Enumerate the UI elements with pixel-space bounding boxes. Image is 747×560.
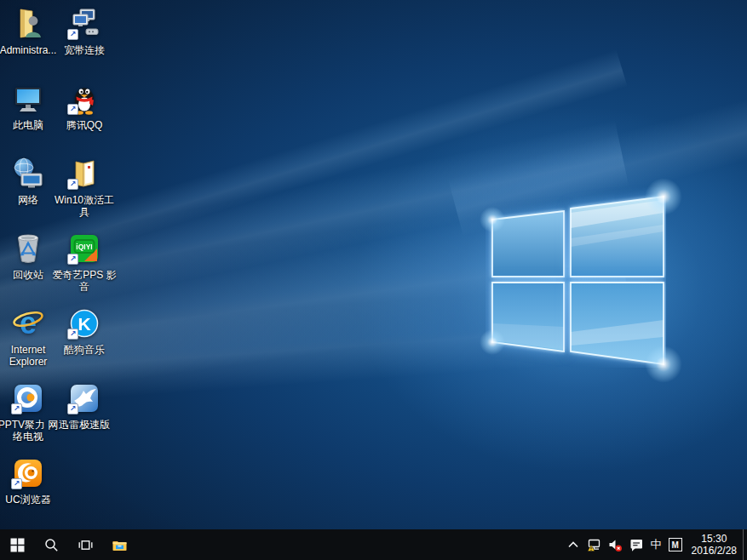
desktop-icon-label: 宽带连接 (50, 44, 118, 56)
volume-button[interactable] (605, 529, 626, 560)
desktop-icon-internet-explorer[interactable]: e Internet Explorer (0, 306, 56, 381)
system-tray: 中 M 15:30 2016/2/28 (563, 529, 747, 560)
shortcut-arrow-icon: ↗ (67, 29, 78, 40)
show-hidden-icons-button[interactable] (563, 529, 583, 560)
network-status-button[interactable] (583, 529, 605, 560)
volume-muted-icon (608, 538, 623, 552)
recycle-bin-icon (11, 231, 45, 266)
shortcut-arrow-icon: ↗ (67, 179, 78, 190)
broadband-icon: ↗ (67, 7, 101, 41)
desktop-icon-label: UC浏览器 (0, 494, 62, 506)
ie-icon: e (11, 306, 45, 340)
svg-text:iQIYI: iQIYI (76, 243, 92, 251)
task-view-button[interactable] (68, 529, 102, 560)
desktop-icon-label: 爱奇艺PPS 影音 (50, 269, 118, 293)
ime-badge-letter: M (669, 538, 682, 551)
action-center-icon (629, 538, 644, 552)
xunlei-bird-icon: ↗ (67, 381, 101, 415)
taskbar-clock[interactable]: 15:30 2016/2/28 (686, 529, 743, 560)
uc-browser-icon: ↗ (11, 456, 45, 490)
clock-time: 15:30 (701, 533, 727, 545)
ime-mode-indicator[interactable]: 中 (647, 529, 665, 560)
qq-penguin-icon: ↗ (67, 82, 101, 116)
file-explorer-button[interactable] (102, 529, 136, 560)
network-warning-icon (587, 538, 601, 552)
windows-start-icon (10, 538, 25, 552)
desktop-icon-this-pc[interactable]: 此电脑 (0, 82, 56, 157)
desktop-icon-pptv[interactable]: ↗ PPTV聚力 网络电视 (0, 381, 56, 456)
globe-monitor-icon (11, 157, 45, 191)
search-icon (44, 538, 59, 552)
pptv-icon: ↗ (11, 381, 45, 415)
shortcut-arrow-icon: ↗ (67, 403, 78, 414)
desktop-icon-kugou[interactable]: K ↗ 酷狗音乐 (56, 306, 112, 381)
desktop-icon-qq[interactable]: ↗ 腾讯QQ (56, 82, 112, 157)
shortcut-arrow-icon: ↗ (67, 104, 78, 115)
show-desktop-button[interactable] (743, 529, 747, 560)
desktop-icon-label: Win10激活工具 (50, 194, 118, 218)
shortcut-arrow-icon: ↗ (67, 329, 78, 340)
desktop-icon-label: 迅雷极速版 (50, 419, 118, 431)
search-button[interactable] (34, 529, 68, 560)
chevron-up-icon (566, 538, 580, 551)
monitor-icon (11, 82, 45, 116)
desktop-icon-xunlei[interactable]: ↗ 迅雷极速版 (56, 381, 112, 456)
file-explorer-folder-icon (112, 538, 128, 552)
start-button[interactable] (0, 529, 34, 560)
shortcut-arrow-icon: ↗ (11, 403, 22, 414)
ime-language-badge[interactable]: M (665, 529, 686, 560)
clock-date: 2016/2/28 (692, 545, 737, 557)
desktop-icon-network[interactable]: 网络 (0, 157, 56, 231)
shortcut-arrow-icon: ↗ (67, 254, 78, 265)
desktop: Administra... 此电脑 (0, 0, 747, 560)
desktop-icon-uc-browser[interactable]: ↗ UC浏览器 (0, 456, 56, 531)
desktop-icon-grid: Administra... 此电脑 (0, 7, 112, 531)
desktop-icon-iqiyi[interactable]: iQIYI ↗ 爱奇艺PPS 影音 (56, 231, 112, 306)
kugou-icon: K ↗ (67, 306, 101, 340)
action-center-button[interactable] (626, 529, 647, 560)
svg-text:K: K (78, 314, 90, 334)
desktop-icon-label: 酷狗音乐 (50, 344, 118, 356)
task-view-icon (78, 538, 93, 552)
open-folder-icon: ↗ (67, 157, 101, 191)
shortcut-arrow-icon: ↗ (11, 478, 22, 489)
desktop-icon-recycle-bin[interactable]: 回收站 (0, 231, 56, 306)
desktop-icon-win10-activation-tool[interactable]: ↗ Win10激活工具 (56, 157, 112, 231)
user-folder-icon (11, 7, 45, 41)
iqiyi-icon: iQIYI ↗ (67, 231, 101, 266)
desktop-icon-broadband[interactable]: ↗ 宽带连接 (56, 7, 112, 82)
desktop-icon-administrator[interactable]: Administra... (0, 7, 56, 82)
desktop-icon-label: 腾讯QQ (50, 119, 118, 131)
taskbar: 中 M 15:30 2016/2/28 (0, 529, 747, 560)
